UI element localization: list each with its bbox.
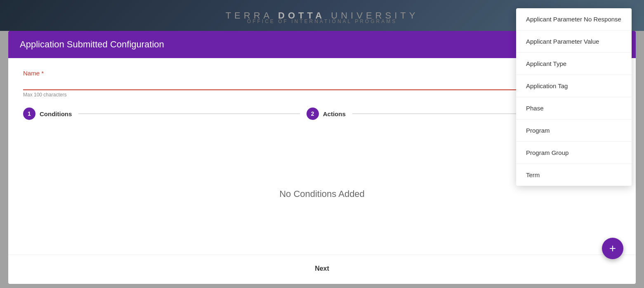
dropdown-item-application-tag[interactable]: Application Tag <box>516 75 632 97</box>
dropdown-item-program[interactable]: Program <box>516 119 632 142</box>
step-line-1 <box>78 113 300 114</box>
next-button[interactable]: Next <box>305 262 339 276</box>
condition-dropdown-menu: Applicant Parameter No Response Applican… <box>516 8 632 186</box>
dropdown-item-program-group[interactable]: Program Group <box>516 142 632 164</box>
modal-title: Application Submitted Configuration <box>20 39 164 50</box>
step-1-label: Conditions <box>40 110 72 117</box>
dropdown-item-applicant-param-value[interactable]: Applicant Parameter Value <box>516 30 632 53</box>
dropdown-item-term[interactable]: Term <box>516 164 632 186</box>
dropdown-item-applicant-param-no-response[interactable]: Applicant Parameter No Response <box>516 8 632 30</box>
add-condition-fab[interactable]: + <box>602 238 623 259</box>
step-1-circle: 1 <box>23 108 35 120</box>
step-2-circle: 2 <box>307 108 319 120</box>
dropdown-item-phase[interactable]: Phase <box>516 97 632 119</box>
modal-footer: Next <box>8 255 636 284</box>
step-2-label: Actions <box>323 110 346 117</box>
dropdown-item-applicant-type[interactable]: Applicant Type <box>516 53 632 75</box>
